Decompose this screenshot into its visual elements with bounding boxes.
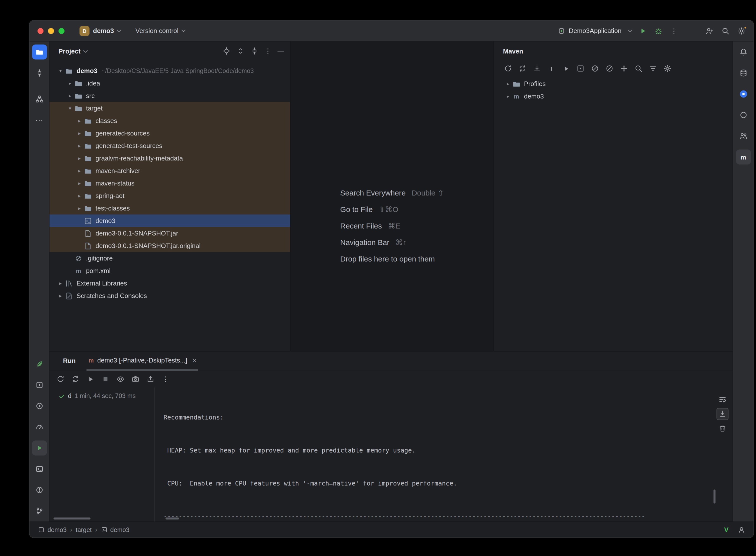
chevron-closed-icon[interactable]: ▸ xyxy=(57,293,65,299)
chevron-closed-icon[interactable]: ▸ xyxy=(66,93,74,99)
locate-file-icon[interactable] xyxy=(222,47,231,55)
chevron-closed-icon[interactable]: ▸ xyxy=(75,118,83,124)
profiles-filter-icon[interactable] xyxy=(647,63,659,74)
close-tab-icon[interactable]: × xyxy=(193,357,196,364)
tree-item-demo3-executable[interactable]: demo3 xyxy=(49,214,290,227)
chevron-closed-icon[interactable]: ▸ xyxy=(75,206,83,211)
download-sources-icon[interactable] xyxy=(531,63,543,74)
spring-toolwindow-icon[interactable] xyxy=(32,356,47,372)
project-panel-title[interactable]: Project xyxy=(59,47,80,55)
editor-area[interactable]: Search Everywhere Double ⇧ Go to File ⇧⌘… xyxy=(290,41,493,351)
chevron-closed-icon[interactable]: ▸ xyxy=(75,155,83,161)
run-toolwindow-icon[interactable] xyxy=(32,441,47,455)
reload-maven-projects-icon[interactable] xyxy=(502,63,514,74)
stop-icon[interactable] xyxy=(100,373,111,385)
collapse-all-icon[interactable] xyxy=(250,47,259,55)
breadcrumb-module[interactable]: demo3 xyxy=(38,526,67,533)
tree-item-gitignore[interactable]: .gitignore xyxy=(49,252,290,265)
chevron-closed-icon[interactable]: ▸ xyxy=(66,80,74,86)
collapse-all-icon[interactable] xyxy=(618,63,630,74)
services-toolwindow-icon[interactable] xyxy=(32,398,47,414)
tree-item-snapshot-jar-original[interactable]: demo3-0.0.1-SNAPSHOT.jar.original xyxy=(49,240,290,252)
vcs-menu[interactable]: Version control xyxy=(136,27,185,35)
tree-item-snapshot-jar[interactable]: demo3-0.0.1-SNAPSHOT.jar xyxy=(49,227,290,240)
problems-toolwindow-icon[interactable] xyxy=(32,483,47,497)
maven-settings-icon[interactable] xyxy=(661,63,674,74)
v-status-icon[interactable]: V xyxy=(724,526,728,533)
clear-console-icon[interactable] xyxy=(717,422,728,435)
scroll-to-end-icon[interactable] xyxy=(717,408,728,420)
toggle-offline-mode-icon[interactable] xyxy=(589,63,601,74)
chevron-closed-icon[interactable]: ▸ xyxy=(75,193,83,199)
tree-item-root[interactable]: ▾ demo3 ~/Desktop/CS/JavaEE/5 Java Sprin… xyxy=(49,65,290,77)
build-icon[interactable] xyxy=(575,63,586,74)
horizontal-scrollbar[interactable] xyxy=(166,518,179,520)
tree-item-test-classes[interactable]: ▸ test-classes xyxy=(49,202,290,214)
tree-item-src[interactable]: ▸ src xyxy=(49,90,290,102)
dependencies-icon[interactable] xyxy=(736,129,751,143)
user-status-icon[interactable] xyxy=(737,526,746,534)
run-panel-title[interactable]: Run xyxy=(63,357,76,364)
close-window-button[interactable] xyxy=(37,28,43,34)
minimize-window-button[interactable] xyxy=(48,28,54,34)
tree-item-spring-aot[interactable]: ▸ spring-aot xyxy=(49,189,290,202)
tree-item-external-libraries[interactable]: ▸ External Libraries xyxy=(49,277,290,289)
project-name-menu[interactable]: demo3 xyxy=(93,27,114,35)
tree-item-pom-xml[interactable]: m pom.xml xyxy=(49,265,290,277)
vertical-scrollbar[interactable] xyxy=(714,489,716,503)
soft-wrap-icon[interactable] xyxy=(717,393,728,406)
search-everywhere-button[interactable] xyxy=(722,27,729,35)
commit-icon[interactable] xyxy=(32,66,47,80)
chevron-closed-icon[interactable]: ▸ xyxy=(57,280,65,286)
horizontal-scrollbar[interactable] xyxy=(54,518,91,520)
breadcrumb-target[interactable]: target xyxy=(76,526,92,533)
run-console[interactable]: Recommendations: HEAP: Set max heap for … xyxy=(154,387,732,521)
execute-maven-goal-icon[interactable] xyxy=(560,63,572,74)
resume-icon[interactable] xyxy=(84,373,97,385)
add-maven-project-icon[interactable]: + xyxy=(546,63,557,74)
rerun-icon[interactable] xyxy=(55,373,67,385)
more-toolwindows-icon[interactable]: ⋯ xyxy=(32,112,47,128)
expand-collapse-icon[interactable] xyxy=(237,47,244,55)
tree-item-maven-status[interactable]: ▸ maven-status xyxy=(49,177,290,189)
panel-options-icon[interactable]: ⋮ xyxy=(265,47,272,55)
maven-item-demo3[interactable]: ▸ m demo3 xyxy=(494,90,732,103)
maven-toolwindow-icon[interactable]: m xyxy=(736,149,751,165)
tree-item-generated-test-sources[interactable]: ▸ generated-test-sources xyxy=(49,139,290,152)
chevron-closed-icon[interactable]: ▸ xyxy=(504,81,512,86)
tree-item-scratches[interactable]: ▸ Scratches and Consoles xyxy=(49,289,290,302)
gradle-icon[interactable] xyxy=(736,107,751,123)
run-configuration-selector[interactable]: Demo3Application xyxy=(558,27,631,35)
skip-tests-icon[interactable] xyxy=(604,63,616,74)
code-with-me-button[interactable] xyxy=(706,27,714,35)
tree-item-idea[interactable]: ▸ .idea xyxy=(49,77,290,90)
structure-icon[interactable] xyxy=(32,92,47,106)
notifications-bell-icon[interactable] xyxy=(736,44,751,60)
tree-item-generated-sources[interactable]: ▸ generated-sources xyxy=(49,127,290,139)
project-toolwindow-icon[interactable] xyxy=(32,44,47,60)
git-toolwindow-icon[interactable] xyxy=(32,503,47,519)
rerun-with-profile-icon[interactable] xyxy=(69,373,81,385)
debug-button[interactable] xyxy=(654,27,662,35)
generate-sources-icon[interactable] xyxy=(516,63,528,74)
ai-assistant-icon[interactable] xyxy=(736,86,751,102)
settings-button[interactable] xyxy=(737,27,746,35)
maven-item-profiles[interactable]: ▸ Profiles xyxy=(494,77,732,90)
hide-panel-icon[interactable]: — xyxy=(277,47,284,55)
screenshot-icon[interactable] xyxy=(130,373,141,385)
chevron-closed-icon[interactable]: ▸ xyxy=(75,168,83,174)
terminal-toolwindow-icon[interactable] xyxy=(32,461,47,477)
tree-item-target[interactable]: ▾ target xyxy=(49,102,290,114)
profiler-toolwindow-icon[interactable] xyxy=(32,419,47,435)
tree-item-maven-archiver[interactable]: ▸ maven-archiver xyxy=(49,165,290,177)
run-button[interactable] xyxy=(640,27,647,34)
database-icon[interactable] xyxy=(736,66,751,80)
export-icon[interactable] xyxy=(144,373,157,385)
chevron-closed-icon[interactable]: ▸ xyxy=(504,94,512,99)
chevron-open-icon[interactable]: ▾ xyxy=(57,68,65,73)
zoom-window-button[interactable] xyxy=(59,28,65,34)
chevron-closed-icon[interactable]: ▸ xyxy=(75,143,83,148)
breadcrumb-file[interactable]: demo3 xyxy=(101,526,129,533)
more-actions-button[interactable]: ⋮ xyxy=(671,27,678,35)
chevron-open-icon[interactable]: ▾ xyxy=(66,105,74,111)
